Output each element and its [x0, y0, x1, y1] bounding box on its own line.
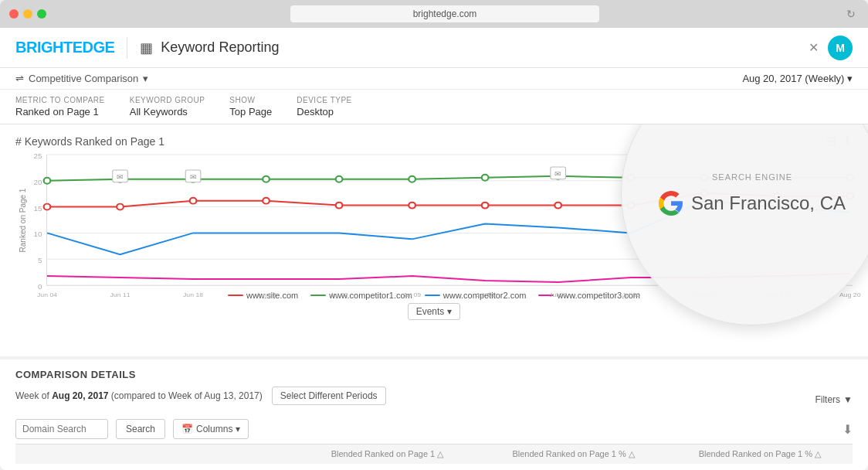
sort-icon-1: △	[437, 449, 443, 458]
show-value: Top Page	[229, 106, 272, 118]
sort-icon-3: △	[815, 449, 821, 458]
overlay-label: SEARCH ENGINE	[712, 172, 792, 182]
svg-text:Jun 11: Jun 11	[110, 291, 130, 298]
location-text: San Francisco, CA	[691, 192, 846, 214]
filter-icon: ▼	[843, 394, 853, 405]
col-header-blended1: Blended Ranked on Page 1 △	[294, 449, 480, 459]
app-header: BRIGHTEDGE ▦ Keyword Reporting ✕ M	[0, 28, 868, 68]
toolbar-row: ⇌ Competitive Comparison ▾ Aug 20, 2017 …	[0, 68, 868, 90]
svg-point-36	[44, 204, 51, 210]
download-table-icon[interactable]: ⬇	[843, 422, 853, 437]
metric-value: Ranked on Page 1	[15, 106, 105, 118]
svg-point-39	[263, 198, 270, 204]
svg-point-27	[263, 176, 270, 182]
device-value: Desktop	[297, 106, 351, 118]
chart-title: # Keywords Ranked on Page 1	[15, 135, 164, 148]
events-button[interactable]: Events ▾	[408, 303, 461, 320]
keyword-group-value: All Keywords	[130, 106, 205, 118]
competitive-comparison-dropdown[interactable]: ⇌ Competitive Comparison ▾	[15, 73, 148, 84]
y-axis-label: Ranked on Page 1	[19, 189, 27, 253]
legend-comp1-line	[310, 295, 326, 296]
svg-text:Jul 30: Jul 30	[622, 291, 641, 298]
svg-text:Jul 23: Jul 23	[549, 291, 568, 298]
device-label: DEVICE TYPE	[297, 96, 351, 104]
svg-text:15: 15	[34, 205, 42, 213]
columns-arrow-icon: ▾	[236, 424, 240, 434]
dropdown-arrow-icon: ▾	[143, 73, 148, 84]
svg-text:Jul 09: Jul 09	[403, 291, 422, 298]
keyword-group-filter[interactable]: KEYWORD GROUP All Keywords	[130, 96, 205, 118]
col-header-domain	[15, 449, 293, 459]
svg-point-38	[190, 198, 197, 204]
svg-text:0: 0	[38, 283, 42, 291]
svg-point-43	[554, 203, 561, 209]
svg-text:Jul 16: Jul 16	[476, 291, 495, 298]
svg-text:Jun 25: Jun 25	[256, 291, 276, 298]
sort-icon-2: △	[629, 449, 635, 458]
address-bar[interactable]: brightedge.com	[290, 5, 599, 22]
date-arrow-icon: ▾	[847, 73, 853, 84]
refresh-icon[interactable]: ↻	[846, 8, 859, 20]
filters-button[interactable]: Filters ▼	[815, 394, 853, 405]
col-header-blended3: Blended Ranked on Page 1 % △	[667, 449, 853, 459]
svg-point-37	[117, 204, 124, 210]
svg-point-41	[409, 203, 415, 209]
svg-text:✉: ✉	[554, 170, 561, 178]
close-button[interactable]: ✕	[809, 40, 819, 55]
metric-filter[interactable]: METRIC TO COMPARE Ranked on Page 1	[15, 96, 105, 118]
svg-text:20: 20	[34, 179, 42, 186]
metric-label: METRIC TO COMPARE	[15, 96, 105, 104]
comparison-section: COMPARISON DETAILS Week of Aug 20, 2017 …	[0, 356, 868, 470]
domain-search-input[interactable]	[15, 419, 108, 439]
comparison-title: COMPARISON DETAILS	[15, 369, 853, 380]
svg-text:Jun 18: Jun 18	[183, 291, 203, 298]
svg-point-30	[482, 175, 489, 181]
week-text: Week of Aug 20, 2017 (compared to Week o…	[15, 390, 263, 401]
device-filter[interactable]: DEVICE TYPE Desktop	[297, 96, 351, 118]
events-arrow-icon: ▾	[447, 306, 452, 317]
header-divider	[127, 37, 127, 59]
legend-site-line	[228, 295, 243, 296]
comparison-label: Competitive Comparison	[29, 73, 138, 84]
search-row: Search 📅 Columns ▾ ⬇	[15, 419, 853, 439]
maximize-dot[interactable]	[37, 9, 46, 19]
col-header-blended2: Blended Ranked on Page 1 % △	[481, 449, 666, 459]
columns-label: Columns	[196, 424, 232, 434]
svg-text:✉: ✉	[117, 173, 123, 181]
comparison-controls: Week of Aug 20, 2017 (compared to Week o…	[15, 387, 386, 405]
app-title: Keyword Reporting	[161, 39, 279, 56]
avatar[interactable]: M	[828, 36, 853, 60]
filter-bar: METRIC TO COMPARE Ranked on Page 1 KEYWO…	[0, 90, 868, 124]
select-periods-button[interactable]: Select Different Periods	[272, 387, 386, 405]
chart-icon: ▦	[140, 39, 153, 56]
svg-text:Jul 02: Jul 02	[330, 291, 348, 298]
search-button[interactable]: Search	[116, 419, 165, 439]
minimize-dot[interactable]	[23, 9, 32, 19]
chart-section: SEARCH ENGINE San Francisco, CA # Keyw	[0, 124, 868, 356]
legend-comp2-line	[425, 295, 440, 296]
svg-text:Aug 20: Aug 20	[839, 291, 861, 298]
calendar-icon: 📅	[181, 424, 193, 434]
legend-competitor1: www.competitor1.com	[310, 291, 412, 300]
main-content: ⇌ Competitive Comparison ▾ Aug 20, 2017 …	[0, 68, 868, 470]
show-filter[interactable]: SHOW Top Page	[229, 96, 272, 118]
columns-button[interactable]: 📅 Columns ▾	[173, 419, 249, 439]
date-label: Aug 20, 2017 (Weekly)	[742, 73, 844, 84]
compare-icon: ⇌	[15, 73, 24, 84]
table-header-row: Blended Ranked on Page 1 △ Blended Ranke…	[15, 444, 853, 464]
app-logo: BRIGHTEDGE	[15, 39, 114, 56]
svg-point-28	[336, 176, 343, 182]
events-label: Events	[416, 306, 445, 317]
svg-text:✉: ✉	[190, 173, 196, 181]
google-icon	[659, 191, 683, 216]
close-dot[interactable]	[9, 9, 19, 19]
date-selector[interactable]: Aug 20, 2017 (Weekly) ▾	[742, 73, 853, 84]
show-label: SHOW	[229, 96, 272, 104]
svg-text:25: 25	[34, 152, 42, 160]
svg-point-40	[336, 203, 343, 209]
svg-text:10: 10	[34, 231, 42, 239]
svg-point-29	[409, 176, 415, 182]
browser-window: brightedge.com ↻ BRIGHTEDGE ▦ Keyword Re…	[0, 0, 868, 470]
filters-label: Filters	[815, 394, 840, 405]
app-content: BRIGHTEDGE ▦ Keyword Reporting ✕ M ⇌ Com…	[0, 28, 868, 470]
